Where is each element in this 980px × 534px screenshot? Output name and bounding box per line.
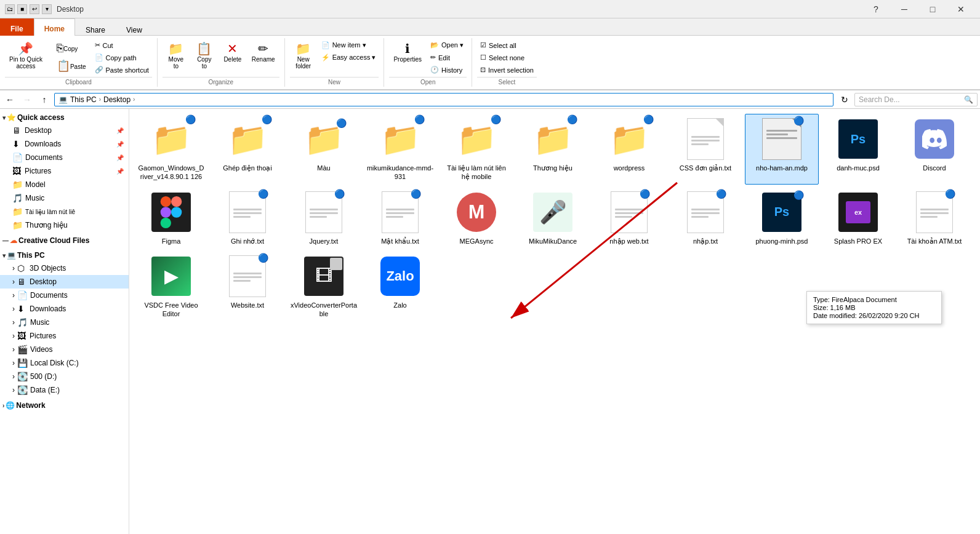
list-item[interactable]: 🎤 MikuMikuDance: [516, 187, 590, 249]
new-item-button[interactable]: 📄 New item ▾: [318, 39, 379, 51]
clipboard-items: 📌 Pin to Quickaccess ⎘ Copy 📋 Paste: [5, 39, 152, 76]
e-label: Data (E:): [30, 386, 124, 394]
copy-path-button[interactable]: 📄 Copy path: [92, 52, 152, 63]
open-items: ℹ Properties 📂 Open ▾ ✏ Edit 🕐 History: [389, 39, 467, 76]
list-item[interactable]: 🔵 Website.txt: [211, 251, 284, 322]
list-item[interactable]: 🔵 Tài khoản ATM.txt: [898, 187, 971, 249]
sidebar-item-tailieu[interactable]: 📁 Tài liệu làm nút liê: [0, 205, 129, 218]
network-section[interactable]: › 🌐 Network: [0, 399, 129, 412]
tab-share[interactable]: Share: [75, 21, 116, 38]
sidebar-item-desktop-pc[interactable]: › 🖥 Desktop: [0, 275, 129, 289]
list-item[interactable]: 🔵 nho-ham-an.mdp: [745, 114, 819, 185]
sidebar-item-pictures-pc[interactable]: › 🖼 Pictures: [0, 329, 129, 343]
xvideo-icon: 🎞: [304, 257, 343, 296]
paste-button[interactable]: 📋 Paste: [52, 57, 90, 74]
list-item[interactable]: 📁 🔵 Thương hiệu: [516, 114, 590, 185]
file-label: phuong-minh.psd: [755, 237, 808, 245]
list-item[interactable]: 🔵 nhập.txt: [669, 187, 742, 249]
creative-cloud-section[interactable]: — ☁ Creative Cloud Files: [0, 234, 129, 247]
easy-access-button[interactable]: ⚡ Easy access ▾: [318, 52, 379, 63]
lc-icon: 💾: [17, 358, 28, 368]
copy-path-icon: 📄: [95, 54, 103, 62]
list-item[interactable]: 🔵 Ghi nhớ.txt: [211, 187, 284, 249]
file-label: Splash PRO EX: [834, 237, 882, 245]
list-item[interactable]: 📁 🔵 Màu: [287, 114, 361, 185]
sidebar-item-localdisk[interactable]: › 💾 Local Disk (C:): [0, 356, 129, 370]
minimize-button[interactable]: ─: [890, 0, 918, 18]
path-pc-icon: 💻: [58, 95, 68, 104]
delete-button[interactable]: ✕ Delete: [219, 39, 246, 66]
this-pc-section[interactable]: ▾ 💻 This PC: [0, 249, 129, 261]
open-button[interactable]: 📂 Open ▾: [427, 39, 467, 51]
file-icon-area: 🔵: [225, 190, 270, 234]
sidebar-item-500d[interactable]: › 💽 500 (D:): [0, 370, 129, 383]
refresh-button[interactable]: ↻: [837, 92, 852, 107]
dropdown-icon[interactable]: ▾: [42, 4, 52, 14]
cut-button[interactable]: ✂ Cut: [92, 39, 152, 51]
sidebar-item-music-pc[interactable]: › 🎵 Music: [0, 316, 129, 329]
list-item[interactable]: M MEGAsync: [440, 187, 513, 249]
sidebar-item-documents[interactable]: 📄 Documents 📌: [0, 151, 129, 164]
list-item[interactable]: CSS đơn giản.txt: [669, 114, 742, 185]
maximize-button[interactable]: □: [918, 0, 947, 18]
invert-selection-button[interactable]: ⊡ Invert selection: [477, 64, 537, 76]
quick-access-section[interactable]: ▾ ⭐ Quick access: [0, 111, 129, 124]
list-item[interactable]: 🔵 nhập web.txt: [592, 187, 666, 249]
tab-file[interactable]: File: [0, 18, 34, 36]
edit-button[interactable]: ✏ Edit: [427, 52, 467, 63]
history-button[interactable]: 🕐 History: [427, 64, 467, 76]
sidebar-item-3dobjects[interactable]: › ⬡ 3D Objects: [0, 261, 129, 275]
copy-to-button[interactable]: 📋 Copyto: [191, 39, 218, 73]
list-item[interactable]: 📁 🔵 wordpress: [592, 114, 666, 185]
sidebar-item-desktop[interactable]: 🖥 Desktop 📌: [0, 124, 129, 137]
list-item[interactable]: ex Splash PRO EX: [821, 187, 895, 249]
list-item[interactable]: 📁 🔵 Gaomon_Windows_Driver_v14.8.90.1 126: [134, 114, 208, 185]
search-box[interactable]: Search De... 🔍: [854, 93, 978, 106]
help-button[interactable]: ?: [862, 0, 890, 18]
copy-to-label: Copyto: [197, 56, 211, 70]
list-item[interactable]: Ps danh-muc.psd: [821, 114, 895, 185]
sidebar-item-model[interactable]: 📁 Model: [0, 178, 129, 191]
list-item[interactable]: Discord: [898, 114, 971, 185]
move-to-button[interactable]: 📁 Moveto: [163, 39, 190, 73]
tab-view[interactable]: View: [116, 21, 153, 38]
list-item[interactable]: 📁 🔵 mikumikudance-mmd-931: [363, 114, 437, 185]
list-item[interactable]: 🔵 Jquery.txt: [287, 187, 361, 249]
list-item[interactable]: Figma: [134, 187, 208, 249]
sidebar-item-pictures[interactable]: 🖼 Pictures 📌: [0, 164, 129, 178]
file-label: nhập.txt: [693, 237, 718, 245]
sidebar-item-documents-pc[interactable]: › 📄 Documents: [0, 289, 129, 302]
list-item[interactable]: Ps 🔵 phuong-minh.psd: [745, 187, 819, 249]
back-button[interactable]: ←: [2, 92, 17, 107]
tab-home[interactable]: Home: [34, 18, 75, 36]
sidebar-item-downloads-pc[interactable]: › ⬇ Downloads: [0, 302, 129, 316]
select-none-button[interactable]: ☐ Select none: [477, 52, 537, 63]
sidebar-item-datae[interactable]: › 💽 Data (E:): [0, 383, 129, 397]
list-item[interactable]: 🎞 xVideoConverterPortable: [287, 251, 361, 322]
list-item[interactable]: 🔵 Mật khẩu.txt: [363, 187, 437, 249]
up-button[interactable]: ↑: [37, 92, 52, 107]
forward-button[interactable]: →: [20, 92, 34, 107]
sidebar-item-thuonghieu[interactable]: 📁 Thương hiệu: [0, 218, 129, 232]
paste-shortcut-button[interactable]: 🔗 Paste shortcut: [92, 64, 152, 76]
list-item[interactable]: 📁 🔵 Tài liệu làm nút liên hệ mobile: [440, 114, 513, 185]
sidebar-item-music[interactable]: 🎵 Music: [0, 191, 129, 205]
sidebar-item-downloads[interactable]: ⬇ Downloads 📌: [0, 137, 129, 151]
quick-save-icon[interactable]: ■: [17, 4, 27, 14]
sidebar-item-videos-pc[interactable]: › 🎬 Videos: [0, 343, 129, 356]
select-all-button[interactable]: ☑ Select all: [477, 39, 537, 51]
path-desktop[interactable]: Desktop: [103, 95, 131, 104]
pin-to-quick-access-button[interactable]: 📌 Pin to Quickaccess: [5, 39, 47, 73]
rename-button[interactable]: ✏ Rename: [247, 39, 279, 66]
line: [615, 212, 643, 214]
list-item[interactable]: 📁 🔵 Ghép điện thoại: [211, 114, 284, 185]
address-path[interactable]: 💻 This PC › Desktop ›: [54, 93, 833, 106]
properties-button[interactable]: ℹ Properties: [389, 39, 426, 66]
list-item[interactable]: ▶ VSDC Free Video Editor: [134, 251, 208, 322]
close-button[interactable]: ✕: [947, 0, 975, 18]
list-item[interactable]: Zalo Zalo: [363, 251, 437, 322]
undo-icon[interactable]: ↩: [30, 4, 39, 14]
copy-button[interactable]: ⎘ Copy: [52, 39, 90, 57]
path-thispc[interactable]: This PC: [70, 95, 97, 104]
new-folder-button[interactable]: 📁 Newfolder: [290, 39, 317, 73]
